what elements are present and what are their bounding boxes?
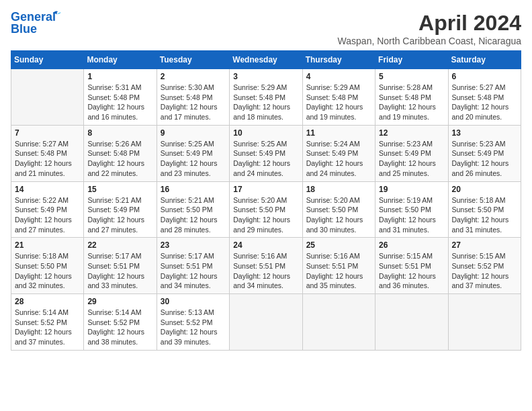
day-cell: 11Sunrise: 5:24 AM Sunset: 5:49 PM Dayli… <box>302 125 375 181</box>
day-number: 3 <box>233 72 298 81</box>
day-info: Sunrise: 5:26 AM Sunset: 5:48 PM Dayligh… <box>87 139 152 179</box>
title-area: April 2024 Waspan, North Caribbean Coast… <box>338 11 521 46</box>
day-number: 26 <box>379 240 444 250</box>
day-cell: 14Sunrise: 5:22 AM Sunset: 5:49 PM Dayli… <box>11 181 84 238</box>
day-info: Sunrise: 5:28 AM Sunset: 5:48 PM Dayligh… <box>379 83 444 122</box>
day-info: Sunrise: 5:22 AM Sunset: 5:49 PM Dayligh… <box>15 195 80 235</box>
week-row-4: 21Sunrise: 5:18 AM Sunset: 5:50 PM Dayli… <box>11 238 521 294</box>
day-info: Sunrise: 5:20 AM Sunset: 5:50 PM Dayligh… <box>233 195 298 235</box>
day-number: 13 <box>452 128 517 138</box>
day-info: Sunrise: 5:27 AM Sunset: 5:48 PM Dayligh… <box>452 83 517 122</box>
day-cell: 29Sunrise: 5:14 AM Sunset: 5:52 PM Dayli… <box>84 294 157 351</box>
day-info: Sunrise: 5:23 AM Sunset: 5:49 PM Dayligh… <box>379 139 444 179</box>
day-info: Sunrise: 5:25 AM Sunset: 5:49 PM Dayligh… <box>233 139 298 179</box>
day-number: 28 <box>15 297 80 306</box>
day-info: Sunrise: 5:14 AM Sunset: 5:52 PM Dayligh… <box>87 308 152 347</box>
day-cell: 22Sunrise: 5:17 AM Sunset: 5:51 PM Dayli… <box>84 238 157 294</box>
day-cell: 12Sunrise: 5:23 AM Sunset: 5:49 PM Dayli… <box>375 125 448 181</box>
day-info: Sunrise: 5:14 AM Sunset: 5:52 PM Dayligh… <box>15 308 80 347</box>
logo: General Blue <box>11 11 61 35</box>
day-cell: 9Sunrise: 5:25 AM Sunset: 5:49 PM Daylig… <box>157 125 229 181</box>
day-number: 16 <box>161 185 226 194</box>
day-cell <box>11 69 84 126</box>
month-title: April 2024 <box>338 11 521 36</box>
week-row-3: 14Sunrise: 5:22 AM Sunset: 5:49 PM Dayli… <box>11 181 521 238</box>
day-cell <box>448 294 521 351</box>
day-number: 2 <box>161 72 226 81</box>
column-header-thursday: Thursday <box>302 51 375 69</box>
calendar-body: 1Sunrise: 5:31 AM Sunset: 5:48 PM Daylig… <box>11 69 521 351</box>
week-row-5: 28Sunrise: 5:14 AM Sunset: 5:52 PM Dayli… <box>11 294 521 351</box>
day-cell: 4Sunrise: 5:29 AM Sunset: 5:48 PM Daylig… <box>302 69 375 126</box>
day-cell: 13Sunrise: 5:23 AM Sunset: 5:49 PM Dayli… <box>448 125 521 181</box>
day-cell: 23Sunrise: 5:17 AM Sunset: 5:51 PM Dayli… <box>157 238 229 294</box>
day-info: Sunrise: 5:15 AM Sunset: 5:51 PM Dayligh… <box>379 251 444 291</box>
day-info: Sunrise: 5:30 AM Sunset: 5:48 PM Dayligh… <box>161 83 226 122</box>
page-header: General Blue April 2024 Waspan, North Ca… <box>11 11 521 46</box>
column-header-tuesday: Tuesday <box>157 51 229 69</box>
day-number: 11 <box>306 128 371 138</box>
day-cell <box>302 294 375 351</box>
day-cell: 28Sunrise: 5:14 AM Sunset: 5:52 PM Dayli… <box>11 294 84 351</box>
day-number: 15 <box>87 185 152 194</box>
day-cell: 20Sunrise: 5:18 AM Sunset: 5:50 PM Dayli… <box>448 181 521 238</box>
day-number: 29 <box>87 297 152 306</box>
day-number: 14 <box>15 185 80 194</box>
day-cell: 18Sunrise: 5:20 AM Sunset: 5:50 PM Dayli… <box>302 181 375 238</box>
day-cell: 16Sunrise: 5:21 AM Sunset: 5:50 PM Dayli… <box>157 181 229 238</box>
day-number: 24 <box>233 240 298 250</box>
day-info: Sunrise: 5:19 AM Sunset: 5:50 PM Dayligh… <box>379 195 444 235</box>
day-info: Sunrise: 5:18 AM Sunset: 5:50 PM Dayligh… <box>452 195 517 235</box>
day-number: 10 <box>233 128 298 138</box>
day-number: 9 <box>161 128 226 138</box>
location: Waspan, North Caribbean Coast, Nicaragua <box>338 36 521 46</box>
day-cell: 27Sunrise: 5:15 AM Sunset: 5:52 PM Dayli… <box>448 238 521 294</box>
day-cell: 19Sunrise: 5:19 AM Sunset: 5:50 PM Dayli… <box>375 181 448 238</box>
day-info: Sunrise: 5:18 AM Sunset: 5:50 PM Dayligh… <box>15 251 80 291</box>
day-info: Sunrise: 5:31 AM Sunset: 5:48 PM Dayligh… <box>87 83 152 122</box>
day-cell: 24Sunrise: 5:16 AM Sunset: 5:51 PM Dayli… <box>230 238 302 294</box>
day-info: Sunrise: 5:27 AM Sunset: 5:48 PM Dayligh… <box>15 139 80 179</box>
day-number: 1 <box>87 72 152 81</box>
day-cell: 6Sunrise: 5:27 AM Sunset: 5:48 PM Daylig… <box>448 69 521 126</box>
day-number: 4 <box>306 72 371 81</box>
logo-bird-icon <box>49 9 61 18</box>
day-number: 27 <box>452 240 517 250</box>
column-header-sunday: Sunday <box>11 51 84 69</box>
day-number: 7 <box>15 128 80 138</box>
day-cell: 21Sunrise: 5:18 AM Sunset: 5:50 PM Dayli… <box>11 238 84 294</box>
day-info: Sunrise: 5:17 AM Sunset: 5:51 PM Dayligh… <box>161 251 226 291</box>
day-cell: 7Sunrise: 5:27 AM Sunset: 5:48 PM Daylig… <box>11 125 84 181</box>
day-cell: 15Sunrise: 5:21 AM Sunset: 5:49 PM Dayli… <box>84 181 157 238</box>
day-info: Sunrise: 5:21 AM Sunset: 5:49 PM Dayligh… <box>87 195 152 235</box>
day-cell: 3Sunrise: 5:29 AM Sunset: 5:48 PM Daylig… <box>230 69 302 126</box>
day-info: Sunrise: 5:21 AM Sunset: 5:50 PM Dayligh… <box>161 195 226 235</box>
day-cell: 10Sunrise: 5:25 AM Sunset: 5:49 PM Dayli… <box>230 125 302 181</box>
day-number: 22 <box>87 240 152 250</box>
day-number: 17 <box>233 185 298 194</box>
day-info: Sunrise: 5:16 AM Sunset: 5:51 PM Dayligh… <box>233 251 298 291</box>
day-info: Sunrise: 5:17 AM Sunset: 5:51 PM Dayligh… <box>87 251 152 291</box>
day-number: 6 <box>452 72 517 81</box>
day-number: 18 <box>306 185 371 194</box>
day-cell: 1Sunrise: 5:31 AM Sunset: 5:48 PM Daylig… <box>84 69 157 126</box>
day-cell <box>375 294 448 351</box>
column-header-wednesday: Wednesday <box>230 51 302 69</box>
day-info: Sunrise: 5:29 AM Sunset: 5:48 PM Dayligh… <box>233 83 298 122</box>
day-info: Sunrise: 5:16 AM Sunset: 5:51 PM Dayligh… <box>306 251 371 291</box>
day-number: 30 <box>161 297 226 306</box>
day-number: 19 <box>379 185 444 194</box>
day-info: Sunrise: 5:25 AM Sunset: 5:49 PM Dayligh… <box>161 139 226 179</box>
day-number: 8 <box>87 128 152 138</box>
day-number: 25 <box>306 240 371 250</box>
header-row: SundayMondayTuesdayWednesdayThursdayFrid… <box>11 51 521 69</box>
day-cell: 5Sunrise: 5:28 AM Sunset: 5:48 PM Daylig… <box>375 69 448 126</box>
day-cell: 25Sunrise: 5:16 AM Sunset: 5:51 PM Dayli… <box>302 238 375 294</box>
day-cell: 26Sunrise: 5:15 AM Sunset: 5:51 PM Dayli… <box>375 238 448 294</box>
day-cell <box>230 294 302 351</box>
day-info: Sunrise: 5:24 AM Sunset: 5:49 PM Dayligh… <box>306 139 371 179</box>
day-number: 5 <box>379 72 444 81</box>
day-cell: 8Sunrise: 5:26 AM Sunset: 5:48 PM Daylig… <box>84 125 157 181</box>
day-info: Sunrise: 5:13 AM Sunset: 5:52 PM Dayligh… <box>161 308 226 347</box>
week-row-1: 1Sunrise: 5:31 AM Sunset: 5:48 PM Daylig… <box>11 69 521 126</box>
